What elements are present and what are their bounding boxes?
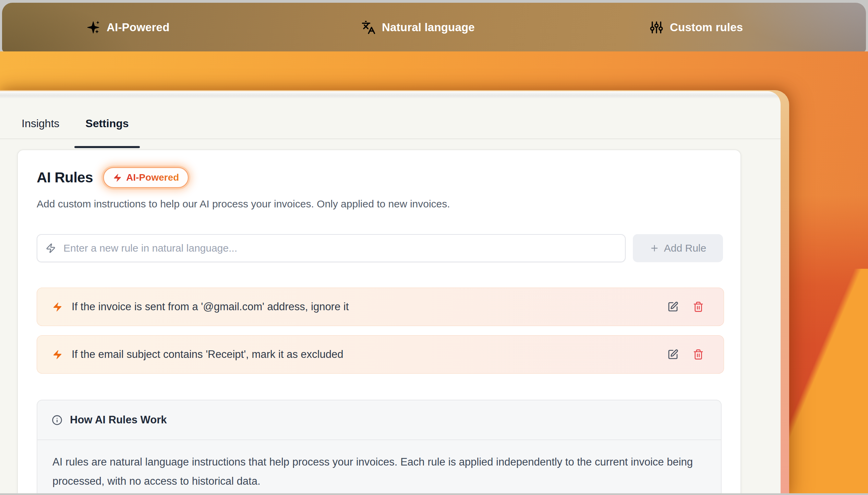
zap-icon	[52, 302, 63, 312]
zap-icon	[52, 349, 63, 360]
feature-label: AI-Powered	[107, 21, 170, 34]
card-subtitle: Add custom instructions to help our AI p…	[37, 198, 450, 210]
screenshot-root: AI-Powered Natural language Custom rules	[0, 0, 868, 495]
feature-label: Custom rules	[670, 21, 743, 34]
sparkles-icon	[86, 20, 100, 35]
info-icon	[52, 415, 62, 425]
info-box-header: How AI Rules Work	[37, 400, 721, 440]
ai-rules-card: AI Rules AI-Powered Add custom instructi…	[17, 149, 741, 495]
add-rule-button[interactable]: Add Rule	[633, 234, 723, 262]
tab-label: Insights	[22, 117, 59, 130]
rule-text: If the invoice is sent from a '@gmail.co…	[72, 301, 659, 313]
languages-icon	[361, 20, 376, 35]
rule-input-container	[37, 234, 626, 262]
tab-bar: Insights Settings	[9, 99, 142, 143]
feature-label: Natural language	[382, 21, 475, 34]
rule-text: If the email subject contains 'Receipt',…	[72, 348, 659, 361]
window-top-edge	[0, 91, 781, 99]
tab-insights[interactable]: Insights	[9, 104, 72, 143]
page-title: AI Rules	[37, 169, 93, 186]
feature-natural-language: Natural language	[361, 3, 475, 52]
zap-icon	[46, 243, 56, 253]
rule-row: If the email subject contains 'Receipt',…	[37, 335, 724, 374]
feature-custom-rules: Custom rules	[649, 3, 743, 52]
add-rule-label: Add Rule	[664, 242, 706, 254]
app-window-content: Insights Settings AI Rules AI-Powered	[0, 91, 781, 495]
card-header: AI Rules AI-Powered	[37, 167, 189, 188]
rule-row: If the invoice is sent from a '@gmail.co…	[37, 288, 724, 326]
badge-label: AI-Powered	[126, 172, 179, 183]
screenshot-bottom-edge	[0, 493, 868, 495]
info-title: How AI Rules Work	[70, 414, 167, 426]
ai-powered-badge: AI-Powered	[103, 167, 189, 188]
feature-bar: AI-Powered Natural language Custom rules	[2, 3, 866, 52]
delete-rule-icon[interactable]	[693, 301, 704, 312]
app-window: Insights Settings AI Rules AI-Powered	[0, 90, 789, 495]
sliders-icon	[649, 20, 664, 35]
edit-rule-icon[interactable]	[667, 301, 678, 312]
rule-input[interactable]	[63, 242, 618, 254]
rule-actions	[667, 301, 704, 312]
feature-ai-powered: AI-Powered	[86, 3, 170, 52]
info-body-text: AI rules are natural language instructio…	[37, 440, 719, 495]
tab-label: Settings	[85, 117, 129, 130]
tab-divider	[0, 138, 781, 139]
edit-rule-icon[interactable]	[667, 349, 678, 360]
plus-icon	[650, 243, 659, 253]
tab-settings[interactable]: Settings	[72, 104, 142, 143]
rule-actions	[667, 349, 704, 360]
delete-rule-icon[interactable]	[693, 349, 704, 360]
how-ai-rules-work-section: How AI Rules Work AI rules are natural l…	[37, 400, 722, 495]
zap-icon	[113, 173, 122, 182]
